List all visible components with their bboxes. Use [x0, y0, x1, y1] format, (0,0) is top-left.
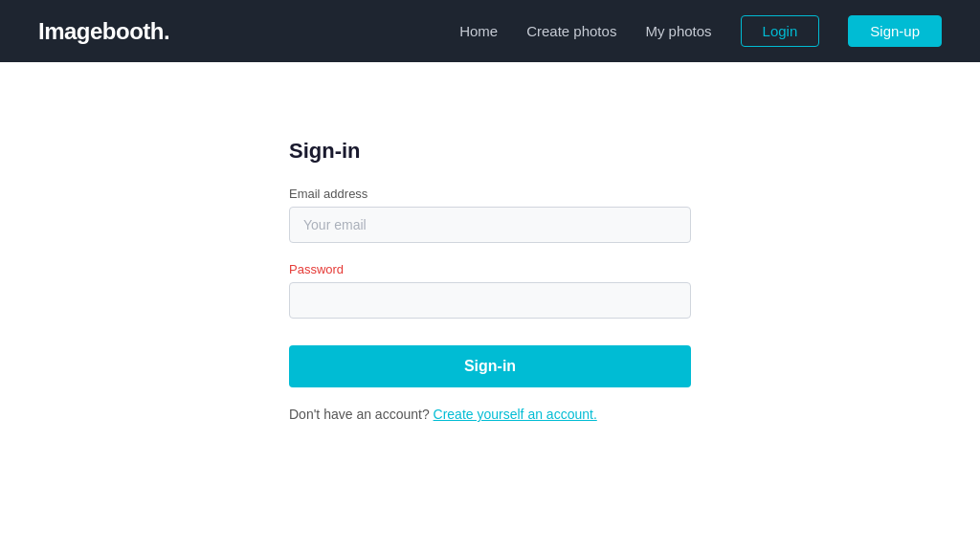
nav-create-photos[interactable]: Create photos [526, 23, 616, 39]
email-label: Email address [289, 187, 691, 201]
password-input[interactable] [289, 282, 691, 319]
signin-form-container: Sign-in Email address Password Sign-in D… [289, 139, 691, 422]
nav-links: Home Create photos My photos Login Sign-… [459, 15, 942, 47]
brand-logo[interactable]: Imagebooth. [38, 18, 169, 45]
create-account-link[interactable]: Create yourself an account. [434, 407, 597, 422]
signin-button[interactable]: Sign-in [289, 345, 691, 387]
main-content: Sign-in Email address Password Sign-in D… [0, 62, 980, 422]
login-button[interactable]: Login [741, 15, 820, 47]
navbar: Imagebooth. Home Create photos My photos… [0, 0, 980, 62]
nav-home[interactable]: Home [459, 23, 498, 39]
password-form-group: Password [289, 262, 691, 319]
password-label: Password [289, 262, 691, 276]
signup-button[interactable]: Sign-up [848, 15, 942, 47]
email-input[interactable] [289, 207, 691, 243]
email-form-group: Email address [289, 187, 691, 243]
no-account-text: Don't have an account? [289, 407, 430, 422]
nav-my-photos[interactable]: My photos [645, 23, 711, 39]
signup-prompt: Don't have an account? Create yourself a… [289, 407, 691, 422]
signin-title: Sign-in [289, 139, 691, 164]
